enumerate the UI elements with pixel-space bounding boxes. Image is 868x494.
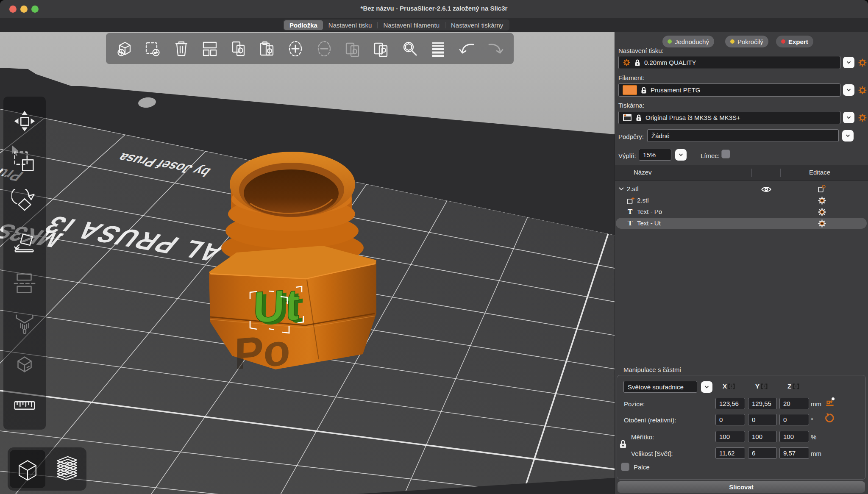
brim-checkbox[interactable] <box>721 150 730 158</box>
scale-gizmo-icon[interactable] <box>11 148 39 176</box>
coordinate-system-dropdown-button[interactable] <box>701 381 712 393</box>
position-z-field[interactable] <box>779 398 809 409</box>
column-edit-label: Editace <box>809 169 830 176</box>
measure-gizmo-icon[interactable] <box>11 391 39 419</box>
uniform-scale-lock-icon[interactable] <box>619 439 627 449</box>
part-icon <box>627 197 635 205</box>
tab-podlozka[interactable]: Podložka <box>284 20 323 30</box>
mode-simple-button[interactable]: Jednoduchý <box>662 36 714 47</box>
gizmo-toolbar <box>3 97 46 430</box>
editor-3d-view-button[interactable] <box>10 450 45 488</box>
axis-y-header: Y <box>755 383 768 390</box>
expander-chevron-icon[interactable] <box>619 187 624 191</box>
object-row-2stl[interactable]: 2.stl <box>615 183 868 194</box>
supports-label: Podpěry: <box>618 133 644 140</box>
scale-x-field[interactable] <box>715 431 745 442</box>
tab-nastaveni-filamentu[interactable]: Nastavení filamentu <box>378 20 445 30</box>
gear-icon <box>623 58 631 67</box>
seam-painting-gizmo-icon[interactable] <box>11 350 39 378</box>
position-y-field[interactable] <box>748 398 777 409</box>
place-on-face-gizmo-icon[interactable] <box>11 229 39 257</box>
gear-icon[interactable] <box>818 208 826 216</box>
cut-gizmo-icon[interactable] <box>11 269 39 297</box>
model-object[interactable]: Po Ut Ut <box>209 152 376 379</box>
rotation-y-field[interactable] <box>748 414 777 425</box>
text-part-row-ut[interactable]: T Text - Ut <box>616 218 867 229</box>
arrange-icon[interactable] <box>198 37 221 60</box>
chevron-down-icon <box>704 384 710 390</box>
redo-icon[interactable] <box>484 37 507 60</box>
paint-supports-gizmo-icon[interactable] <box>11 310 39 338</box>
mode-advanced-button[interactable]: Pokročilý <box>725 36 768 47</box>
add-instance-icon[interactable] <box>284 37 307 60</box>
printer-value: Original Prusa i3 MK3S & MK3S+ <box>645 114 740 121</box>
text-part-icon: T <box>628 208 632 216</box>
print-settings-label: Nastavení tisku: <box>618 47 664 54</box>
copy-icon[interactable] <box>227 37 250 60</box>
inches-checkbox[interactable] <box>621 463 629 471</box>
drop-to-bed-icon[interactable] <box>824 397 835 408</box>
viewport-3d[interactable]: by Josef Prusa AL PRUSA i3 MK3S Pru <box>0 0 615 494</box>
split-to-parts-icon[interactable] <box>370 37 392 60</box>
eye-icon[interactable] <box>761 186 771 193</box>
axis-anchor-icon <box>761 383 768 390</box>
mode-expert-button[interactable]: Expert <box>776 36 813 47</box>
window-title: *Bez názvu - PrusaSlicer-2.6.1 založený … <box>0 5 868 12</box>
scale-unit: % <box>811 433 816 441</box>
search-icon[interactable] <box>398 37 421 60</box>
supports-combo[interactable]: Žádné <box>647 129 839 142</box>
size-z-field[interactable] <box>779 447 809 459</box>
object-settings-icon[interactable] <box>818 185 826 193</box>
preview-layers-view-button[interactable] <box>49 450 85 488</box>
filament-combo[interactable]: Prusament PETG <box>618 83 840 97</box>
delete-model-icon[interactable] <box>141 37 164 60</box>
print-settings-combo[interactable]: 0.20mm QUALITY <box>618 56 840 69</box>
gear-icon[interactable] <box>818 196 826 205</box>
filament-edit-button[interactable] <box>857 85 868 95</box>
coordinate-system-value: Světové souřadnice <box>628 383 684 391</box>
filament-value: Prusament PETG <box>651 86 701 94</box>
infill-dropdown-button[interactable] <box>675 149 687 161</box>
infill-value: 15% <box>643 151 656 158</box>
chevron-down-icon <box>846 59 852 66</box>
coordinate-system-combo[interactable]: Světové souřadnice <box>623 381 697 393</box>
filament-dropdown-button[interactable] <box>843 84 854 96</box>
printer-dropdown-button[interactable] <box>843 112 854 123</box>
delete-all-icon[interactable] <box>170 37 193 60</box>
rotation-z-field[interactable] <box>779 414 809 425</box>
undo-icon[interactable] <box>456 37 479 60</box>
position-x-field[interactable] <box>715 398 745 409</box>
size-y-field[interactable] <box>748 447 777 459</box>
object-list-header: Název Editace <box>615 165 868 181</box>
gear-icon[interactable] <box>818 219 826 228</box>
supports-dropdown-button[interactable] <box>842 130 854 142</box>
scale-z-field[interactable] <box>779 431 809 442</box>
rotation-x-field[interactable] <box>715 414 745 425</box>
size-x-field[interactable] <box>715 447 745 459</box>
scale-y-field[interactable] <box>748 431 777 442</box>
column-name-label: Název <box>634 169 652 176</box>
svg-text:Ut: Ut <box>252 280 300 332</box>
print-settings-edit-button[interactable] <box>857 58 868 68</box>
prusaslicer-window: by Josef Prusa AL PRUSA i3 MK3S Pru <box>0 0 868 494</box>
add-model-icon[interactable] <box>113 37 136 60</box>
axis-anchor-icon <box>793 383 799 390</box>
split-to-objects-icon[interactable] <box>341 37 364 60</box>
tab-nastaveni-tisku[interactable]: Nastavení tisku <box>323 20 378 30</box>
remove-instance-icon[interactable] <box>313 37 336 60</box>
paste-icon[interactable] <box>256 37 278 60</box>
part-row-2stl[interactable]: 2.stl <box>615 195 868 206</box>
printer-combo[interactable]: Original Prusa i3 MK3S & MK3S+ <box>618 111 840 124</box>
print-settings-dropdown-button[interactable] <box>843 57 854 68</box>
printer-edit-button[interactable] <box>857 113 868 123</box>
rotate-gizmo-icon[interactable] <box>11 188 39 216</box>
variable-layer-height-icon[interactable] <box>427 37 450 60</box>
reset-rotation-icon[interactable] <box>823 413 834 423</box>
move-gizmo-icon[interactable] <box>11 107 39 135</box>
text-part-row-po[interactable]: T Text - Po <box>615 206 868 217</box>
infill-combo[interactable]: 15% <box>639 149 671 161</box>
text-part-icon: T <box>628 219 632 228</box>
slice-button[interactable]: Slicovat <box>618 481 865 493</box>
manipulation-title: Manipulace s částmi <box>623 366 681 373</box>
tab-nastaveni-tiskarny[interactable]: Nastavení tiskárny <box>445 20 509 30</box>
